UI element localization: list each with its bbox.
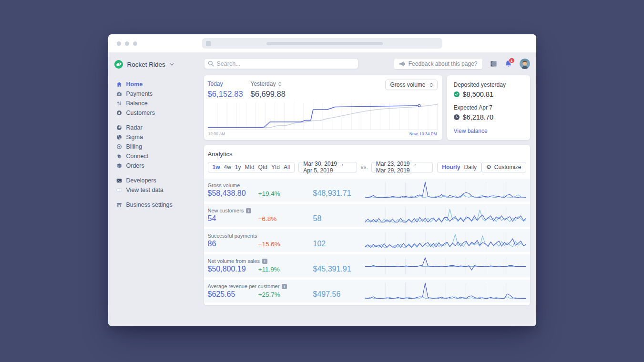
metric-rows: Gross volume $58,438.80 +19.4% $48,931.7… [204, 179, 530, 302]
sidebar-item-customers[interactable]: Customers [108, 108, 200, 118]
metric-delta: −15.6% [258, 241, 313, 248]
feedback-button[interactable]: Feedback about this page? [394, 59, 482, 69]
previous-period-picker[interactable]: Mar 23, 2019 → Mar 29, 2019 [371, 162, 433, 172]
metric-current-value: 54 [208, 214, 258, 223]
address-bar[interactable] [202, 38, 442, 49]
profile-button[interactable] [520, 59, 530, 69]
search-icon [208, 60, 214, 67]
sidebar-item-label: Business settings [126, 201, 173, 208]
sidebar-item-label: Billing [126, 143, 142, 150]
search-input[interactable] [204, 58, 358, 69]
window-control-dot[interactable] [117, 41, 121, 46]
today-chart-card: Today $6,152.83 Yesterday $6 [204, 75, 442, 140]
sidebar-item-payments[interactable]: Payments [108, 89, 200, 99]
avatar [520, 59, 530, 69]
browser-window: Rocket Rides HomePaymentsBalanceCustomer… [108, 34, 536, 326]
metric-current-value: $50,800.19 [208, 265, 258, 273]
info-icon[interactable]: i [262, 259, 267, 264]
main-content: Feedback about this page? 1 [200, 52, 536, 326]
comparison-selector[interactable]: Yesterday [251, 80, 294, 87]
sidebar-item-home[interactable]: Home [108, 80, 200, 89]
metric-label: Average revenue per customer [208, 283, 280, 289]
sidebar-item-radar[interactable]: Radar [108, 123, 200, 132]
megaphone-icon [399, 61, 405, 67]
yesterday-label: Yesterday [251, 80, 276, 87]
test-data-toggle [116, 187, 123, 193]
window-controls[interactable] [117, 41, 137, 46]
radar-icon [116, 125, 123, 131]
axis-start-label: 12:00 AM [208, 131, 225, 136]
metric-row-new-customers: New customers i 54 −6.8% 58 [204, 204, 530, 227]
header-actions: Feedback about this page? 1 [394, 59, 530, 69]
sidebar-item-label: Orders [126, 162, 144, 169]
sparkline-wrap [365, 206, 526, 224]
range-preset-1w[interactable]: 1w [213, 164, 220, 171]
granularity-hourly[interactable]: Hourly [442, 164, 460, 171]
favicon-placeholder [206, 41, 211, 46]
window-control-dot[interactable] [133, 41, 137, 46]
metric-current-value: $58,438.80 [208, 189, 258, 198]
sidebar-item-orders[interactable]: Orders [108, 161, 200, 171]
chart-x-axis: 12:00 AM Now, 10:34 PM [208, 131, 438, 136]
yesterday-value: $6,699.88 [251, 90, 294, 99]
window-control-dot[interactable] [125, 41, 129, 46]
select-updown-icon [429, 82, 433, 88]
connect-icon [116, 153, 123, 159]
sidebar-item-label: Home [126, 81, 143, 88]
metric-summary: New customers i 54 −6.8% 58 [208, 208, 365, 223]
gear-icon: ⚙ [486, 164, 491, 170]
customize-button[interactable]: ⚙ Customize [481, 162, 526, 172]
current-period-picker[interactable]: Mar 30, 2019 → Apr 5, 2019 [298, 162, 357, 172]
range-preset-qtd[interactable]: Qtd [258, 164, 267, 171]
sidebar-item-view-test-data[interactable]: View test data [108, 185, 200, 195]
analytics-filters: 1w4w1yMtdQtdYtdAll Mar 30, 2019 → Apr 5,… [204, 162, 530, 172]
account-switcher[interactable]: Rocket Rides [108, 60, 200, 69]
sidebar-item-billing[interactable]: Billing [108, 142, 200, 151]
sidebar-item-sigma[interactable]: Sigma [108, 132, 200, 142]
sidebar: Rocket Rides HomePaymentsBalanceCustomer… [108, 52, 200, 326]
sort-updown-icon [278, 81, 282, 87]
granularity-daily[interactable]: Daily [464, 164, 477, 171]
current-period-label: Mar 30, 2019 → Apr 5, 2019 [303, 161, 352, 174]
today-endpoint-marker [418, 104, 420, 107]
sparkline-wrap [365, 181, 526, 199]
overview-cards-row: Today $6,152.83 Yesterday $6 [204, 75, 530, 140]
sparkline-chart [365, 181, 526, 199]
metric-delta: +11.9% [258, 266, 313, 273]
sidebar-item-connect[interactable]: Connect [108, 151, 200, 161]
metric-row-net-volume-from-sales: Net volume from sales i $50,800.19 +11.9… [204, 254, 530, 277]
info-icon[interactable]: i [282, 284, 287, 289]
deposited-value-row: $8,500.81 [454, 90, 523, 98]
range-preset-all[interactable]: All [284, 164, 290, 171]
today-column: Today $6,152.83 [208, 80, 251, 99]
docs-button[interactable] [490, 60, 497, 67]
range-preset-ytd[interactable]: Ytd [271, 164, 280, 171]
today-vs-yesterday-chart [208, 102, 438, 130]
sparkline-chart [365, 282, 526, 300]
metric-current-value: $625.65 [208, 290, 258, 299]
date-range-presets: 1w4w1yMtdQtdYtdAll [208, 162, 295, 172]
sparkline-chart [365, 206, 526, 224]
notifications-button[interactable]: 1 [505, 60, 512, 68]
account-name: Rocket Rides [127, 61, 165, 68]
metric-label: Successful payments [208, 233, 257, 239]
range-preset-4w[interactable]: 4w [224, 164, 231, 171]
nav-group: HomePaymentsBalanceCustomers [108, 80, 200, 118]
nav-group: DevelopersView test data [108, 176, 200, 195]
view-balance-link[interactable]: View balance [454, 128, 488, 134]
range-preset-1y[interactable]: 1y [235, 164, 241, 171]
yesterday-column: Yesterday $6,699.88 [251, 80, 294, 99]
range-preset-mtd[interactable]: Mtd [245, 164, 255, 171]
previous-period-label: Mar 23, 2019 → Mar 29, 2019 [376, 161, 429, 174]
sidebar-item-developers[interactable]: Developers [108, 176, 200, 185]
browser-chrome [108, 34, 536, 52]
sparkline-wrap [365, 231, 526, 250]
sidebar-item-balance[interactable]: Balance [108, 99, 200, 108]
metric-previous-value: 58 [313, 214, 322, 223]
sidebar-item-business-settings[interactable]: Business settings [108, 200, 200, 210]
metric-select[interactable]: Gross volume [385, 80, 437, 90]
metric-label: New customers [208, 208, 244, 213]
metric-summary: Successful payments 86 −15.6% 102 [208, 233, 365, 248]
business-settings-icon [116, 202, 123, 208]
info-icon[interactable]: i [246, 208, 251, 213]
